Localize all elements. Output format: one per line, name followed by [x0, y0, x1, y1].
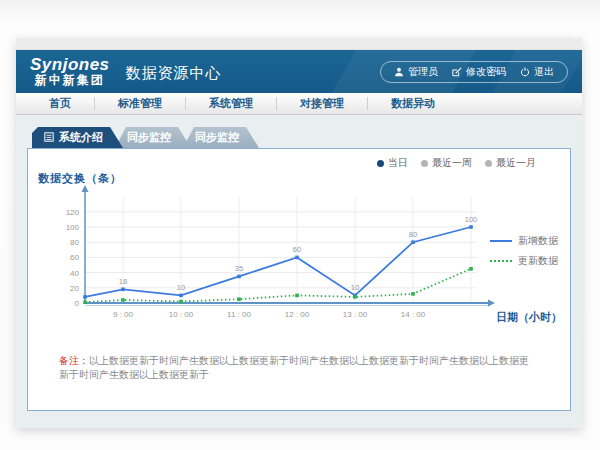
x-tick-label: 13 : 00	[343, 310, 368, 319]
legend-updated-data[interactable]: 更新数据	[490, 251, 558, 271]
y-tick-label: 20	[70, 284, 79, 293]
tab-system-intro[interactable]: 系统介绍	[32, 127, 123, 148]
window-top-strip	[16, 38, 582, 50]
data-point	[121, 298, 125, 302]
data-point	[411, 292, 415, 296]
tab-label: 系统介绍	[59, 130, 103, 145]
data-point	[353, 295, 357, 299]
data-point	[179, 294, 183, 298]
y-tick-label: 80	[70, 238, 79, 247]
y-tick-label: 0	[75, 299, 80, 308]
chart-legend: 新增数据 更新数据	[490, 231, 558, 271]
x-tick-label: 12 : 00	[285, 310, 310, 319]
data-point	[237, 275, 241, 279]
app-header: Synjones 新中新集团 数据资源中心 管理员 修改密码 退出	[16, 50, 582, 93]
tab-sync-monitor-2[interactable]: 同步监控	[183, 127, 259, 148]
y-tick-label: 120	[66, 208, 80, 217]
data-point-label: 18	[119, 277, 127, 286]
tab-sync-monitor-1[interactable]: 同步监控	[115, 127, 191, 148]
data-point	[295, 294, 299, 298]
main-nav: 首页 标准管理 系统管理 对接管理 数据异动	[16, 93, 582, 115]
x-axis-arrow-icon	[488, 300, 495, 307]
y-tick-label: 40	[70, 269, 79, 278]
data-point-label: 10	[351, 283, 359, 292]
x-tick-label: 14 : 00	[401, 310, 426, 319]
data-point	[83, 300, 87, 304]
logo-company-text: 新中新集团	[30, 74, 110, 87]
tab-bar: 系统介绍 同步监控 同步监控	[32, 127, 571, 148]
data-point	[237, 297, 241, 301]
nav-item-system-mgmt[interactable]: 系统管理	[186, 93, 276, 114]
data-point	[411, 240, 415, 244]
footnote: 备注：以上数据更新于时间产生数据以上数据更新于时间产生数据以上数据更新于时间产生…	[59, 354, 534, 382]
data-point-label: 60	[293, 245, 301, 254]
data-point	[469, 225, 473, 229]
dotted-line-icon	[490, 260, 512, 262]
solid-line-icon	[490, 240, 512, 242]
nav-item-data-change[interactable]: 数据异动	[368, 93, 458, 114]
nav-item-standard-mgmt[interactable]: 标准管理	[95, 93, 185, 114]
data-point-label: 35	[235, 264, 243, 273]
footnote-text: 以上数据更新于时间产生数据以上数据更新于时间产生数据以上数据更新于时间产生数据以…	[59, 355, 529, 380]
data-point	[469, 267, 473, 271]
data-point	[295, 256, 299, 260]
logo-brand-text: Synjones	[30, 56, 110, 74]
x-tick-label: 10 : 00	[169, 310, 194, 319]
y-tick-label: 60	[70, 253, 79, 262]
x-tick-label: 11 : 00	[227, 310, 251, 319]
footnote-label: 备注：	[59, 355, 89, 366]
data-point	[83, 295, 87, 299]
document-icon	[44, 132, 54, 144]
data-point-label: 10	[177, 283, 185, 292]
data-point-label: 100	[465, 215, 478, 224]
tab-label: 同步监控	[127, 130, 171, 145]
company-logo: Synjones 新中新集团	[30, 56, 110, 86]
page-title: 数据资源中心	[126, 64, 222, 83]
data-point	[121, 288, 125, 292]
y-axis-arrow-icon	[82, 185, 89, 192]
header-decor	[316, 50, 488, 93]
nav-item-docking-mgmt[interactable]: 对接管理	[277, 93, 367, 114]
tab-label: 同步监控	[195, 130, 239, 145]
app-window: Synjones 新中新集团 数据资源中心 管理员 修改密码 退出	[16, 38, 582, 428]
nav-item-home[interactable]: 首页	[26, 93, 94, 114]
data-point	[179, 300, 183, 304]
legend-label: 更新数据	[518, 254, 558, 268]
x-axis-title: 日期（小时）	[496, 310, 562, 325]
chart-panel: 当日 最近一周 最近一月 数据交换（条） 0204060801001209 : …	[27, 148, 571, 411]
legend-label: 新增数据	[518, 234, 558, 248]
content-area: 系统介绍 同步监控 同步监控 当日 最近一周	[16, 115, 582, 411]
data-point-label: 80	[409, 230, 417, 239]
legend-new-data[interactable]: 新增数据	[490, 231, 558, 251]
x-tick-label: 9 : 00	[113, 310, 134, 319]
y-tick-label: 100	[66, 223, 80, 232]
